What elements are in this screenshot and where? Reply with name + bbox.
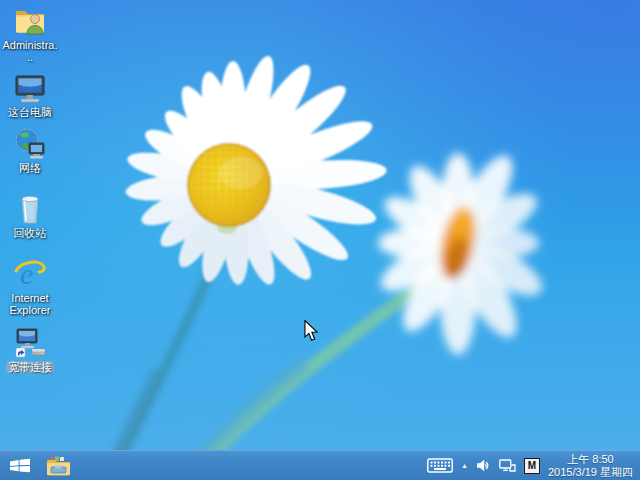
file-explorer-icon [46, 456, 71, 476]
network-globe-icon [13, 127, 47, 161]
recycle-bin-icon [13, 192, 47, 226]
desktop-icon-administrator[interactable]: Administra... [1, 4, 59, 63]
user-folder-icon [13, 4, 47, 38]
desktop-icon-internet-explorer[interactable]: e Internet Explorer [1, 257, 59, 316]
icon-label: Administra... [1, 39, 59, 63]
wallpaper-daisy [0, 0, 640, 480]
volume-icon[interactable] [476, 459, 491, 472]
network-status-icon[interactable] [499, 459, 516, 473]
clock-date: 2015/3/19 星期四 [548, 466, 633, 479]
icon-label: 宽带连接 [6, 361, 54, 373]
input-method-indicator[interactable]: M [524, 458, 540, 474]
icon-label: 这台电脑 [8, 106, 52, 118]
desktop-icon-recycle-bin[interactable]: 回收站 [1, 192, 59, 239]
mouse-cursor [303, 320, 319, 342]
broadband-connection-icon [13, 326, 47, 360]
icon-label: 网络 [19, 162, 41, 174]
windows-logo-icon [10, 458, 30, 473]
touch-keyboard-icon[interactable] [427, 458, 453, 473]
desktop: Administra... 这台电脑 网络 [0, 0, 640, 480]
icon-label: 回收站 [14, 227, 47, 239]
clock[interactable]: 上午 8:50 2015/3/19 星期四 [548, 453, 633, 479]
taskbar: ▲ M 上午 8:50 2015/3/19 星期四 [0, 450, 640, 480]
start-button[interactable] [0, 451, 40, 480]
desktop-icon-this-pc[interactable]: 这台电脑 [1, 71, 59, 118]
icon-label: Internet Explorer [1, 292, 59, 316]
desktop-icon-network[interactable]: 网络 [1, 127, 59, 174]
show-hidden-icons-button[interactable]: ▲ [461, 462, 468, 469]
internet-explorer-icon: e [13, 257, 47, 291]
desktop-icon-broadband[interactable]: 宽带连接 [1, 326, 59, 373]
system-tray: ▲ M 上午 8:50 2015/3/19 星期四 [427, 451, 640, 480]
file-explorer-button[interactable] [40, 451, 76, 480]
computer-icon [13, 71, 47, 105]
clock-time: 上午 8:50 [548, 453, 633, 466]
